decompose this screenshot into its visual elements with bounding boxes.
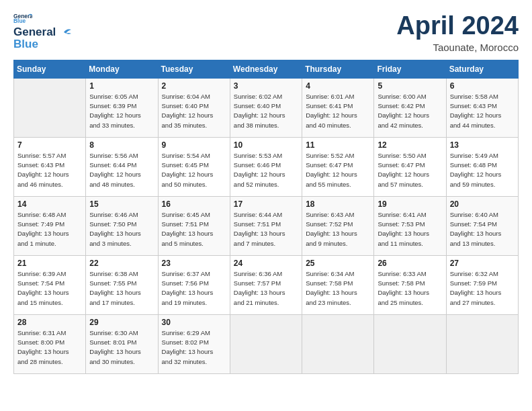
calendar-cell: 4Sunrise: 6:01 AMSunset: 6:41 PMDaylight… bbox=[302, 78, 374, 137]
day-number: 21 bbox=[17, 259, 82, 268]
day-info: Sunrise: 6:00 AMSunset: 6:42 PMDaylight:… bbox=[378, 92, 442, 130]
day-info: Sunrise: 6:41 AMSunset: 7:53 PMDaylight:… bbox=[378, 210, 442, 248]
calendar-cell: 17Sunrise: 6:44 AMSunset: 7:51 PMDayligh… bbox=[230, 196, 302, 255]
calendar-header-wednesday: Wednesday bbox=[230, 60, 302, 78]
logo-general: General bbox=[13, 26, 56, 39]
calendar-cell: 8Sunrise: 5:56 AMSunset: 6:44 PMDaylight… bbox=[86, 137, 158, 196]
calendar-cell: 24Sunrise: 6:36 AMSunset: 7:57 PMDayligh… bbox=[230, 255, 302, 314]
calendar-week-row: 1Sunrise: 6:05 AMSunset: 6:39 PMDaylight… bbox=[14, 78, 519, 137]
calendar-week-row: 28Sunrise: 6:31 AMSunset: 8:00 PMDayligh… bbox=[14, 314, 519, 373]
day-number: 12 bbox=[378, 140, 442, 150]
calendar-cell: 14Sunrise: 6:48 AMSunset: 7:49 PMDayligh… bbox=[14, 196, 86, 255]
day-number: 2 bbox=[162, 81, 226, 91]
day-number: 11 bbox=[306, 140, 370, 150]
day-number: 10 bbox=[234, 140, 298, 150]
calendar-cell: 25Sunrise: 6:34 AMSunset: 7:58 PMDayligh… bbox=[302, 255, 374, 314]
calendar-cell bbox=[302, 314, 374, 373]
day-number: 25 bbox=[306, 259, 370, 268]
location: Taounate, Morocco bbox=[396, 42, 519, 53]
day-number: 20 bbox=[450, 199, 515, 209]
calendar-cell: 5Sunrise: 6:00 AMSunset: 6:42 PMDaylight… bbox=[374, 78, 446, 137]
day-number: 19 bbox=[378, 199, 442, 209]
calendar-cell: 11Sunrise: 5:52 AMSunset: 6:47 PMDayligh… bbox=[302, 137, 374, 196]
day-info: Sunrise: 6:38 AMSunset: 7:55 PMDaylight:… bbox=[89, 269, 154, 308]
calendar-cell: 28Sunrise: 6:31 AMSunset: 8:00 PMDayligh… bbox=[14, 314, 86, 373]
day-number: 15 bbox=[89, 199, 154, 209]
calendar-cell bbox=[14, 78, 86, 137]
logo-icon: General Blue bbox=[13, 12, 32, 24]
day-info: Sunrise: 6:01 AMSunset: 6:41 PMDaylight:… bbox=[306, 92, 370, 130]
day-number: 4 bbox=[306, 81, 370, 91]
day-info: Sunrise: 6:05 AMSunset: 6:39 PMDaylight:… bbox=[89, 92, 154, 130]
header-row: General Blue General Blue April 2024 Tao… bbox=[13, 12, 519, 53]
calendar-header-tuesday: Tuesday bbox=[158, 60, 230, 78]
day-number: 30 bbox=[162, 318, 226, 327]
day-info: Sunrise: 6:36 AMSunset: 7:57 PMDaylight:… bbox=[234, 269, 298, 308]
calendar-cell: 9Sunrise: 5:54 AMSunset: 6:45 PMDaylight… bbox=[158, 137, 230, 196]
day-info: Sunrise: 5:50 AMSunset: 6:47 PMDaylight:… bbox=[378, 151, 442, 189]
calendar-cell: 7Sunrise: 5:57 AMSunset: 6:43 PMDaylight… bbox=[14, 137, 86, 196]
page: General Blue General Blue April 2024 Tao… bbox=[0, 0, 532, 411]
calendar-cell: 21Sunrise: 6:39 AMSunset: 7:54 PMDayligh… bbox=[14, 255, 86, 314]
calendar-header-sunday: Sunday bbox=[14, 60, 86, 78]
calendar: SundayMondayTuesdayWednesdayThursdayFrid… bbox=[13, 60, 519, 374]
day-info: Sunrise: 6:40 AMSunset: 7:54 PMDaylight:… bbox=[450, 210, 515, 248]
calendar-cell: 23Sunrise: 6:37 AMSunset: 7:56 PMDayligh… bbox=[158, 255, 230, 314]
day-info: Sunrise: 6:34 AMSunset: 7:58 PMDaylight:… bbox=[306, 269, 370, 308]
title-block: April 2024 Taounate, Morocco bbox=[396, 12, 519, 53]
day-info: Sunrise: 5:52 AMSunset: 6:47 PMDaylight:… bbox=[306, 151, 370, 189]
calendar-cell: 6Sunrise: 5:58 AMSunset: 6:43 PMDaylight… bbox=[446, 78, 518, 137]
day-number: 13 bbox=[450, 140, 515, 150]
day-number: 26 bbox=[378, 259, 442, 268]
calendar-cell: 19Sunrise: 6:41 AMSunset: 7:53 PMDayligh… bbox=[374, 196, 446, 255]
day-info: Sunrise: 5:54 AMSunset: 6:45 PMDaylight:… bbox=[162, 151, 226, 189]
logo-blue: Blue bbox=[13, 38, 38, 51]
calendar-header-friday: Friday bbox=[374, 60, 446, 78]
calendar-week-row: 14Sunrise: 6:48 AMSunset: 7:49 PMDayligh… bbox=[14, 196, 519, 255]
calendar-cell bbox=[230, 314, 302, 373]
day-info: Sunrise: 6:30 AMSunset: 8:01 PMDaylight:… bbox=[89, 328, 154, 367]
day-number: 14 bbox=[17, 199, 82, 209]
day-number: 22 bbox=[89, 259, 154, 268]
calendar-cell bbox=[446, 314, 518, 373]
logo-bird-icon bbox=[56, 27, 71, 38]
day-number: 24 bbox=[234, 259, 298, 268]
calendar-cell: 29Sunrise: 6:30 AMSunset: 8:01 PMDayligh… bbox=[86, 314, 158, 373]
calendar-week-row: 7Sunrise: 5:57 AMSunset: 6:43 PMDaylight… bbox=[14, 137, 519, 196]
day-info: Sunrise: 5:56 AMSunset: 6:44 PMDaylight:… bbox=[89, 151, 154, 189]
month-title: April 2024 bbox=[396, 12, 519, 40]
calendar-header-saturday: Saturday bbox=[446, 60, 518, 78]
calendar-cell: 30Sunrise: 6:29 AMSunset: 8:02 PMDayligh… bbox=[158, 314, 230, 373]
calendar-cell: 26Sunrise: 6:33 AMSunset: 7:58 PMDayligh… bbox=[374, 255, 446, 314]
day-number: 16 bbox=[162, 199, 226, 209]
logo: General Blue General Blue bbox=[13, 12, 71, 51]
calendar-cell: 16Sunrise: 6:45 AMSunset: 7:51 PMDayligh… bbox=[158, 196, 230, 255]
day-info: Sunrise: 5:53 AMSunset: 6:46 PMDaylight:… bbox=[234, 151, 298, 189]
day-info: Sunrise: 6:43 AMSunset: 7:52 PMDaylight:… bbox=[306, 210, 370, 248]
calendar-cell: 3Sunrise: 6:02 AMSunset: 6:40 PMDaylight… bbox=[230, 78, 302, 137]
day-number: 7 bbox=[17, 140, 82, 150]
calendar-week-row: 21Sunrise: 6:39 AMSunset: 7:54 PMDayligh… bbox=[14, 255, 519, 314]
day-info: Sunrise: 6:04 AMSunset: 6:40 PMDaylight:… bbox=[162, 92, 226, 130]
calendar-cell: 13Sunrise: 5:49 AMSunset: 6:48 PMDayligh… bbox=[446, 137, 518, 196]
day-info: Sunrise: 5:57 AMSunset: 6:43 PMDaylight:… bbox=[17, 151, 82, 189]
calendar-cell: 2Sunrise: 6:04 AMSunset: 6:40 PMDaylight… bbox=[158, 78, 230, 137]
day-number: 27 bbox=[450, 259, 515, 268]
calendar-cell: 20Sunrise: 6:40 AMSunset: 7:54 PMDayligh… bbox=[446, 196, 518, 255]
day-number: 5 bbox=[378, 81, 442, 91]
day-number: 18 bbox=[306, 199, 370, 209]
day-info: Sunrise: 6:46 AMSunset: 7:50 PMDaylight:… bbox=[89, 210, 154, 248]
calendar-header-monday: Monday bbox=[86, 60, 158, 78]
calendar-cell: 22Sunrise: 6:38 AMSunset: 7:55 PMDayligh… bbox=[86, 255, 158, 314]
day-info: Sunrise: 6:48 AMSunset: 7:49 PMDaylight:… bbox=[17, 210, 82, 248]
calendar-cell: 27Sunrise: 6:32 AMSunset: 7:59 PMDayligh… bbox=[446, 255, 518, 314]
day-number: 6 bbox=[450, 81, 515, 91]
day-number: 9 bbox=[162, 140, 226, 150]
calendar-cell: 1Sunrise: 6:05 AMSunset: 6:39 PMDaylight… bbox=[86, 78, 158, 137]
day-info: Sunrise: 5:49 AMSunset: 6:48 PMDaylight:… bbox=[450, 151, 515, 189]
day-info: Sunrise: 6:02 AMSunset: 6:40 PMDaylight:… bbox=[234, 92, 298, 130]
day-info: Sunrise: 6:44 AMSunset: 7:51 PMDaylight:… bbox=[234, 210, 298, 248]
day-number: 17 bbox=[234, 199, 298, 209]
day-info: Sunrise: 6:37 AMSunset: 7:56 PMDaylight:… bbox=[162, 269, 226, 308]
day-info: Sunrise: 5:58 AMSunset: 6:43 PMDaylight:… bbox=[450, 92, 515, 130]
